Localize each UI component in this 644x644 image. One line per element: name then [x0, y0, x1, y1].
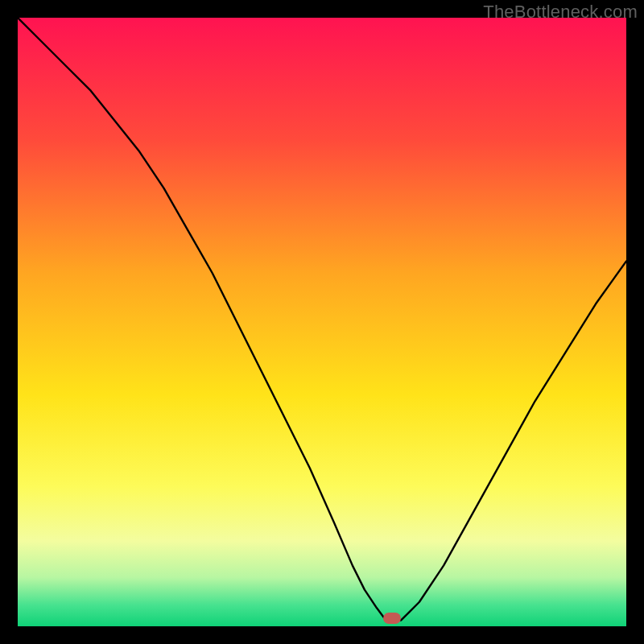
optimal-point-marker: [383, 613, 401, 624]
watermark-text: TheBottleneck.com: [483, 2, 638, 23]
plot-area: [18, 18, 626, 626]
bottleneck-curve: [18, 18, 626, 626]
chart-frame: TheBottleneck.com: [0, 0, 644, 644]
